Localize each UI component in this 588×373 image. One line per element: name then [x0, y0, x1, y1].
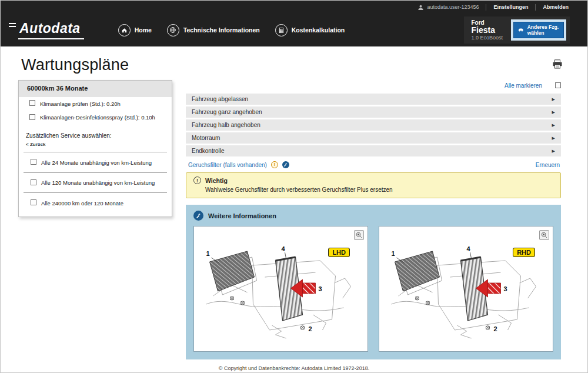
- nav-home[interactable]: Home: [118, 24, 152, 36]
- divider: [486, 4, 486, 11]
- autodata-logo[interactable]: Autodata: [18, 21, 84, 39]
- car-icon: [518, 26, 524, 33]
- section-endkontrolle[interactable]: Endkontrolle ▶: [186, 145, 561, 156]
- nav-home-label: Home: [135, 26, 152, 34]
- geruchsfilter-row: Geruchsfilter (falls vorhanden) ! Erneue…: [186, 158, 561, 171]
- part-label-2: 2: [309, 325, 312, 332]
- service-row: Alle 240000 km oder 120 Monate: [19, 193, 172, 213]
- task-row: Klimaanlage prüfen (Std.): 0.20h: [19, 96, 172, 111]
- mark-all-row: Alle markieren: [186, 80, 561, 91]
- interval-header: 60000km 36 Monate: [19, 81, 172, 96]
- tools-icon: [193, 211, 203, 221]
- topbar: autodata.user-123456 Einstellungen Abmel…: [1, 1, 587, 46]
- warning-title: Wichtig: [205, 177, 228, 184]
- maintenance-sidebar: 60000km 36 Monate Klimaanlage prüfen (St…: [18, 80, 172, 217]
- main-panel: Alle markieren Fahrzeug abgelassen ▶ Fah…: [186, 80, 561, 359]
- part-label-4: 4: [282, 245, 286, 252]
- page-title: Wartungspläne: [21, 56, 129, 74]
- topbar-main: Autodata Home Technische Informationen: [1, 14, 587, 46]
- section-motorraum[interactable]: Motorraum ▶: [186, 132, 561, 144]
- logout-link[interactable]: Abmelden: [543, 4, 569, 10]
- part-label-3: 3: [504, 285, 507, 292]
- part-label-1: 1: [392, 250, 395, 257]
- drive-side-badge: LHD: [328, 248, 350, 257]
- info-panel-header: Weitere Informationen: [193, 211, 553, 221]
- geruchsfilter-link[interactable]: Geruchsfilter (falls vorhanden): [188, 162, 267, 168]
- task-row: Klimaanlagen-Desinfektionsspray (Std.): …: [19, 111, 172, 125]
- brand-text: Autodata: [19, 21, 81, 36]
- section-label: Endkontrolle: [192, 148, 225, 154]
- back-link[interactable]: < Zurück: [19, 140, 172, 152]
- content: 60000km 36 Monate Klimaanlage prüfen (St…: [1, 79, 587, 359]
- mark-all-link[interactable]: Alle markieren: [505, 82, 542, 89]
- diagram-card-lhd: LHD: [193, 226, 368, 352]
- diagram-cards: LHD: [193, 226, 553, 352]
- change-vehicle-button-container: Anderes Fzg. wählen: [511, 19, 566, 41]
- service-checkbox[interactable]: [31, 199, 36, 205]
- warning-icon[interactable]: !: [271, 161, 278, 168]
- service-row: Alle 24 Monate unabhängig von km-Leistun…: [19, 152, 172, 172]
- service-row: Alle 120 Monate unabhängig von km-Leistu…: [19, 173, 172, 193]
- nav-technische-informationen[interactable]: Technische Informationen: [167, 24, 260, 36]
- drive-side-badge: RHD: [513, 248, 535, 257]
- globe-icon: [167, 24, 179, 36]
- print-button[interactable]: [552, 59, 563, 71]
- part-label-4: 4: [467, 245, 471, 252]
- footer: © Copyright und Datenbankrechte: Autodat…: [1, 359, 587, 373]
- user-icon: [417, 4, 424, 11]
- calculator-icon: [275, 24, 288, 36]
- renew-link[interactable]: Erneuern: [536, 162, 560, 168]
- home-icon: [118, 24, 131, 36]
- task-label: Klimaanlagen-Desinfektionsspray (Std.): …: [40, 114, 155, 121]
- additional-service-label: Zusätzlichen Service auswählen:: [19, 124, 172, 140]
- settings-link[interactable]: Einstellungen: [493, 4, 528, 10]
- task-label: Klimaanlage prüfen (Std.): 0.20h: [40, 100, 121, 107]
- page-head: Wartungspläne: [1, 46, 587, 79]
- chevron-right-icon: ▶: [552, 136, 555, 141]
- zoom-button[interactable]: [539, 230, 549, 240]
- printer-icon: [552, 59, 563, 69]
- part-label-1: 1: [206, 250, 210, 257]
- topbar-account-strip: autodata.user-123456 Einstellungen Abmel…: [1, 1, 587, 14]
- vehicle-engine: 1.0 EcoBoost: [471, 35, 503, 41]
- section-fahrzeug-ganz-angehoben[interactable]: Fahrzeug ganz angehoben ▶: [186, 106, 561, 118]
- task-checkbox[interactable]: [29, 114, 35, 120]
- diagram-illustration: 1 4 3 2: [194, 227, 368, 351]
- app-window: autodata.user-123456 Einstellungen Abmel…: [0, 0, 588, 373]
- section-label: Fahrzeug abgelassen: [192, 96, 248, 102]
- vehicle-info: Ford Fiesta 1.0 EcoBoost: [471, 19, 503, 41]
- section-fahrzeug-abgelassen[interactable]: Fahrzeug abgelassen ▶: [186, 94, 561, 105]
- copyright-text: © Copyright und Datenbankrechte: Autodat…: [1, 365, 587, 371]
- spacer: [19, 213, 172, 217]
- vehicle-panel: Ford Fiesta 1.0 EcoBoost Anderes Fzg. wä…: [464, 16, 570, 44]
- nav-kosten-label: Kostenkalkulation: [292, 26, 345, 34]
- wrench-icon: [283, 162, 288, 167]
- part-label-2: 2: [494, 325, 497, 332]
- diagram-card-rhd: RHD: [379, 226, 553, 352]
- service-checkbox[interactable]: [31, 179, 36, 185]
- mark-all-checkbox[interactable]: [555, 82, 561, 88]
- section-label: Motorraum: [192, 135, 220, 141]
- change-vehicle-button[interactable]: Anderes Fzg. wählen: [513, 22, 564, 38]
- chevron-right-icon: ▶: [552, 149, 555, 154]
- service-checkbox[interactable]: [31, 159, 36, 165]
- chevron-right-icon: ▶: [552, 110, 555, 115]
- chevron-right-icon: ▶: [552, 97, 555, 102]
- section-fahrzeug-halb-angehoben[interactable]: Fahrzeug halb angehoben ▶: [186, 119, 561, 131]
- service-label: Alle 120 Monate unabhängig von km-Leistu…: [41, 179, 155, 186]
- task-checkbox[interactable]: [29, 100, 35, 106]
- exclamation-icon: !: [193, 176, 201, 184]
- more-info-icon[interactable]: [282, 161, 289, 168]
- service-label: Alle 24 Monate unabhängig von km-Leistun…: [41, 159, 152, 166]
- warning-text: Wahlweise Geruchsfilter durch verbessert…: [205, 186, 553, 193]
- vehicle-model: Fiesta: [471, 26, 503, 35]
- section-label: Fahrzeug ganz angehoben: [192, 109, 262, 115]
- magnifier-icon: [541, 232, 547, 238]
- nav-kostenkalkulation[interactable]: Kostenkalkulation: [275, 24, 345, 36]
- user-account: autodata.user-123456: [417, 4, 479, 11]
- username-text: autodata.user-123456: [427, 4, 479, 10]
- part-label-3: 3: [319, 285, 322, 292]
- zoom-button[interactable]: [354, 230, 364, 240]
- main-nav: Home Technische Informationen: [118, 24, 345, 36]
- magnifier-icon: [356, 232, 362, 238]
